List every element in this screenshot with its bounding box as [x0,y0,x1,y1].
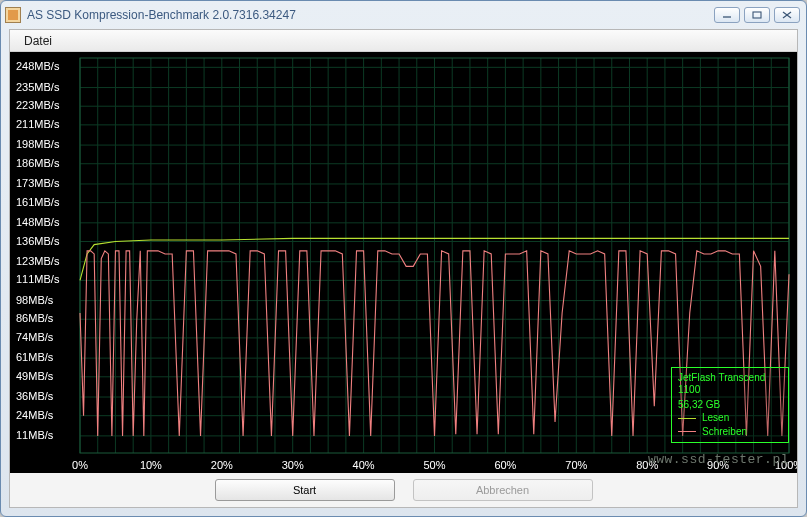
y-tick-label: 211MB/s [16,118,59,130]
svg-rect-1 [753,12,761,18]
app-icon [5,7,21,23]
y-tick-label: 86MB/s [16,312,53,324]
menu-file[interactable]: Datei [16,32,60,50]
window-buttons [714,7,800,23]
y-tick-label: 36MB/s [16,390,53,402]
legend-read: Lesen [678,412,782,425]
y-tick-label: 161MB/s [16,196,59,208]
x-tick-label: 50% [423,459,445,471]
minimize-button[interactable] [714,7,740,23]
window-title: AS SSD Kompression-Benchmark 2.0.7316.34… [27,8,714,22]
legend-capacity: 56,32 GB [678,399,782,412]
chart-area: 11MB/s24MB/s36MB/s49MB/s61MB/s74MB/s86MB… [10,52,797,473]
maximize-icon [752,11,762,19]
y-tick-label: 123MB/s [16,255,59,267]
y-tick-label: 111MB/s [16,273,59,285]
titlebar[interactable]: AS SSD Kompression-Benchmark 2.0.7316.34… [1,1,806,29]
y-tick-label: 61MB/s [16,351,53,363]
y-tick-label: 173MB/s [16,177,59,189]
legend-write-label: Schreiben [702,426,747,439]
y-axis-labels: 11MB/s24MB/s36MB/s49MB/s61MB/s74MB/s86MB… [12,52,82,473]
cancel-button: Abbrechen [413,479,593,501]
x-tick-label: 70% [565,459,587,471]
y-tick-label: 98MB/s [16,294,53,306]
watermark: www.ssd-tester.pl [648,452,789,467]
y-tick-label: 49MB/s [16,370,53,382]
legend-write-swatch [678,431,696,432]
app-window: AS SSD Kompression-Benchmark 2.0.7316.34… [0,0,807,517]
legend-write: Schreiben [678,426,782,439]
legend-read-swatch [678,418,696,419]
close-button[interactable] [774,7,800,23]
y-tick-label: 223MB/s [16,99,59,111]
x-tick-label: 10% [140,459,162,471]
maximize-button[interactable] [744,7,770,23]
x-tick-label: 60% [494,459,516,471]
start-button[interactable]: Start [215,479,395,501]
legend-device: JetFlash Transcend 1100 [678,372,782,397]
close-icon [782,11,792,19]
client-area: Datei 11MB/s24MB/s36MB/s49MB/s61MB/s74MB… [9,29,798,508]
y-tick-label: 198MB/s [16,138,59,150]
y-tick-label: 24MB/s [16,409,53,421]
x-tick-label: 30% [282,459,304,471]
y-tick-label: 235MB/s [16,81,59,93]
menubar: Datei [10,30,797,52]
y-tick-label: 186MB/s [16,157,59,169]
legend-read-label: Lesen [702,412,729,425]
y-tick-label: 136MB/s [16,235,59,247]
y-tick-label: 248MB/s [16,60,59,72]
x-tick-label: 0% [72,459,88,471]
y-tick-label: 11MB/s [16,429,53,441]
x-tick-label: 20% [211,459,233,471]
y-tick-label: 74MB/s [16,331,53,343]
legend-box: JetFlash Transcend 1100 56,32 GB Lesen S… [671,367,789,444]
button-row: Start Abbrechen [10,473,797,507]
y-tick-label: 148MB/s [16,216,59,228]
minimize-icon [722,11,732,19]
x-tick-label: 40% [353,459,375,471]
